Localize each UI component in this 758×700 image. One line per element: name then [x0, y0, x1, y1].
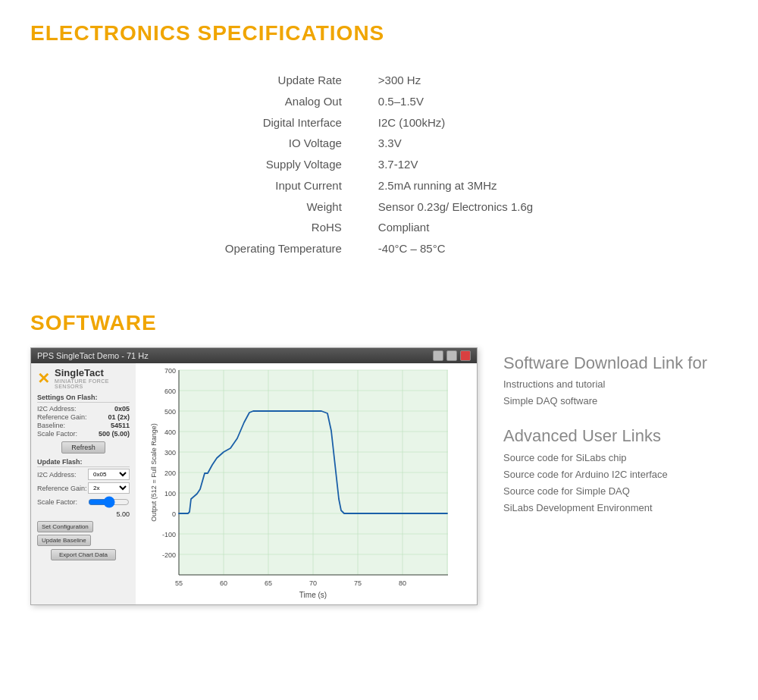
app-left-panel: ✕ SingleTact MINIATURE FORCE SENSORS Set…	[31, 363, 136, 604]
basic-link-1: Simple DAQ software	[503, 393, 735, 410]
spec-label-7: RoHS	[225, 217, 342, 238]
specs-values: >300 Hz 0.5–1.5V I2C (100kHz) 3.3V 3.7-1…	[360, 70, 533, 259]
scale-row: Scale Factor: 500 (5.00)	[37, 430, 130, 438]
software-links: Software Download Link for Instructions …	[496, 347, 735, 605]
spec-value-7: Compliant	[378, 217, 533, 238]
panel-buttons: Set Configuration Update Baseline	[37, 521, 130, 546]
maximize-btn[interactable]	[446, 350, 457, 361]
spec-value-5: 2.5mA running at 3MHz	[378, 175, 533, 196]
titlebar-buttons	[433, 350, 471, 361]
svg-text:600: 600	[164, 388, 176, 395]
scale-slider-value: 5.00	[37, 510, 130, 518]
svg-text:0: 0	[172, 510, 176, 518]
i2c-update-select[interactable]: 0x05	[88, 469, 130, 480]
svg-text:700: 700	[164, 367, 176, 375]
close-btn[interactable]	[460, 350, 471, 361]
spec-value-4: 3.7-12V	[378, 154, 533, 175]
ref-gain-row: Reference Gain: 01 (2x)	[37, 413, 130, 421]
update-title: Update Flash:	[37, 458, 130, 467]
ref-gain-update-label: Reference Gain:	[37, 485, 87, 492]
spec-label-5: Input Current	[225, 175, 342, 196]
svg-text:75: 75	[354, 579, 362, 587]
export-button[interactable]: Export Chart Data	[51, 549, 116, 560]
spec-value-3: 3.3V	[378, 133, 533, 154]
svg-text:-100: -100	[162, 531, 176, 538]
svg-text:-200: -200	[162, 551, 176, 559]
basic-link-title: Software Download Link for	[503, 353, 735, 373]
i2c-value: 0x05	[114, 405, 130, 413]
app-logo: ✕ SingleTact MINIATURE FORCE SENSORS	[37, 368, 130, 389]
basic-link-group: Software Download Link for Instructions …	[503, 353, 735, 410]
electronics-header: ELECTRONICS SPECIFICATIONS	[0, 0, 758, 58]
svg-text:65: 65	[265, 579, 272, 587]
app-titlebar: PPS SingleTact Demo - 71 Hz	[31, 348, 477, 363]
scale-label: Scale Factor:	[37, 430, 77, 438]
software-header: SOFTWARE	[0, 290, 758, 347]
ref-gain-update-select[interactable]: 2x	[88, 482, 130, 494]
scale-update-row: Scale Factor:	[37, 496, 130, 508]
svg-text:80: 80	[399, 579, 406, 587]
chart-area: 700 600 500 400 300 200 100 0 -100 -200 …	[136, 363, 477, 604]
minimize-btn[interactable]	[433, 350, 443, 361]
logo-name: SingleTact	[55, 368, 130, 378]
svg-text:55: 55	[175, 579, 183, 587]
update-baseline-button[interactable]: Update Baseline	[37, 535, 91, 546]
advanced-link-2: Source code for Simple DAQ	[503, 483, 735, 500]
advanced-link-title: Advanced User Links	[503, 426, 735, 446]
scale-slider[interactable]	[88, 496, 130, 508]
spec-label-8: Operating Temperature	[225, 238, 342, 259]
advanced-link-group: Advanced User Links Source code for SiLa…	[503, 426, 735, 516]
baseline-label: Baseline:	[37, 422, 65, 429]
ref-gain-label: Reference Gain:	[37, 413, 87, 421]
spec-label-1: Analog Out	[225, 91, 342, 112]
advanced-link-1: Source code for Arduino I2C interface	[503, 466, 735, 483]
i2c-row: I2C Address: 0x05	[37, 405, 130, 413]
line-chart: 700 600 500 400 300 200 100 0 -100 -200 …	[149, 366, 459, 601]
ref-gain-value: 01 (2x)	[108, 413, 130, 421]
software-section: SOFTWARE PPS SingleTact Demo - 71 Hz ✕	[0, 275, 758, 620]
settings-title: Settings On Flash:	[37, 394, 130, 403]
i2c-label: I2C Address:	[37, 405, 77, 413]
svg-text:70: 70	[309, 579, 317, 587]
scale-update-label: Scale Factor:	[37, 498, 77, 506]
advanced-link-3: SiLabs Development Environment	[503, 500, 735, 516]
spec-value-2: I2C (100kHz)	[378, 112, 533, 133]
svg-text:500: 500	[164, 408, 176, 416]
spec-value-0: >300 Hz	[378, 70, 533, 91]
scale-value: 500 (5.00)	[99, 430, 130, 438]
app-window: PPS SingleTact Demo - 71 Hz ✕ SingleTact…	[30, 347, 478, 605]
baseline-value: 54511	[111, 422, 130, 429]
svg-text:100: 100	[164, 490, 176, 498]
svg-text:Output (512 = Full Scale Range: Output (512 = Full Scale Range)	[150, 423, 158, 521]
svg-text:200: 200	[164, 469, 176, 477]
svg-text:60: 60	[220, 579, 227, 587]
software-content: PPS SingleTact Demo - 71 Hz ✕ SingleTact…	[0, 347, 758, 605]
spec-value-6: Sensor 0.23g/ Electronics 1.6g	[378, 196, 533, 218]
advanced-link-0: Source code for SiLabs chip	[503, 450, 735, 466]
spec-value-8: -40°C – 85°C	[378, 238, 533, 259]
app-title: PPS SingleTact Demo - 71 Hz	[37, 351, 149, 360]
spec-label-6: Weight	[225, 196, 342, 218]
svg-text:Time (s): Time (s)	[299, 591, 327, 599]
baseline-row: Baseline: 54511	[37, 422, 130, 429]
specs-table: Update Rate Analog Out Digital Interface…	[0, 58, 758, 275]
i2c-update-row: I2C Address: 0x05	[37, 469, 130, 480]
spec-value-1: 0.5–1.5V	[378, 91, 533, 112]
spec-label-2: Digital Interface	[225, 112, 342, 133]
basic-link-0: Instructions and tutorial	[503, 376, 735, 393]
app-body: ✕ SingleTact MINIATURE FORCE SENSORS Set…	[31, 363, 477, 604]
ref-gain-update-row: Reference Gain: 2x	[37, 482, 130, 494]
logo-subtitle: MINIATURE FORCE SENSORS	[55, 378, 130, 389]
svg-text:300: 300	[164, 449, 176, 457]
refresh-button[interactable]: Refresh	[61, 441, 105, 454]
i2c-update-label: I2C Address:	[37, 471, 77, 479]
svg-text:400: 400	[164, 428, 176, 436]
specs-labels: Update Rate Analog Out Digital Interface…	[225, 70, 360, 259]
spec-label-4: Supply Voltage	[225, 154, 342, 175]
logo-x-icon: ✕	[37, 369, 50, 388]
spec-label-0: Update Rate	[225, 70, 342, 91]
spec-label-3: IO Voltage	[225, 133, 342, 154]
set-config-button[interactable]: Set Configuration	[37, 521, 93, 532]
